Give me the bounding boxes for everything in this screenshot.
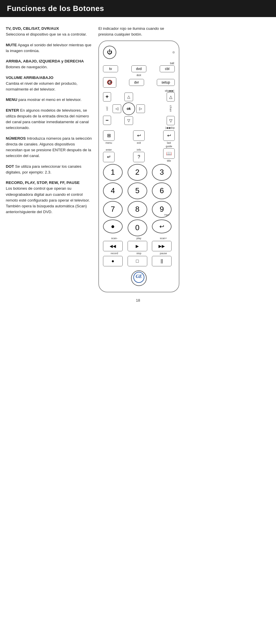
pause-label: pause (152, 252, 175, 255)
chan-down-button[interactable]: ▽ (167, 116, 175, 125)
guide-icon: 📖 (166, 151, 172, 156)
descriptions-panel: TV, DVD, CBL/SAT, DVR/AUX Selecciona el … (6, 26, 93, 292)
desc-enter: ENTER En algunos modelos de televisores,… (6, 108, 93, 131)
dvd-button[interactable]: dvd (131, 65, 146, 72)
page-number: 18 (0, 298, 276, 302)
up-button[interactable]: △ (124, 93, 133, 101)
tv-button[interactable]: tv (103, 65, 118, 72)
ff-button[interactable]: ▶▶ (152, 241, 172, 251)
desc-dot: DOT Se utiliza para seleccionar los cana… (6, 164, 93, 176)
right-arrow-icon: ▷ (139, 106, 142, 111)
desc-tv-label: TV, DVD, CBL/SAT, DVR/AUX (6, 26, 59, 31)
page-title: Funciones de los Botones (7, 4, 269, 13)
scan-back-icon: ↩ (159, 223, 164, 230)
num9-sublabel: input (164, 213, 169, 216)
info-item: info ? (133, 148, 145, 162)
desc-menu: MENU para mostrar el menú en el televiso… (6, 97, 93, 103)
up-arrow-icon: △ (127, 95, 130, 99)
num7-button[interactable]: 7 (103, 201, 123, 218)
down-button[interactable]: ▽ (124, 116, 133, 125)
menu-row: ⊞ menu ↩ exit ↩ last (103, 130, 175, 144)
num2-button[interactable]: 2 (128, 164, 147, 181)
iskip-label: |◀◀skip (103, 126, 175, 129)
last-button[interactable]: ↩ (163, 130, 175, 141)
desc-nav: ARRIBA, ABAJO, IZQUIERDA y DERECHA Boton… (6, 58, 93, 70)
aux-label: aux (103, 73, 175, 77)
vol-col: + vol − (103, 92, 111, 125)
desc-record: RECORD, PLAY, STOP, REW, FF, PAUSE Los b… (6, 180, 93, 215)
chan-down-icon: ▽ (169, 118, 172, 123)
desc-enter-label: ENTER (6, 108, 19, 112)
menu-button[interactable]: ⊞ (103, 130, 115, 141)
pause-button[interactable]: || (152, 256, 172, 266)
dot-button[interactable]: ● (103, 219, 123, 233)
power-row: ⏻ (103, 46, 175, 59)
ge-logo: GE (131, 270, 147, 286)
right-button[interactable]: ▷ (136, 104, 145, 113)
num0-button[interactable]: 0 (128, 219, 147, 236)
play-label-scan: play (128, 237, 150, 240)
desc-dot-text: Se utiliza para seleccionar los canales … (6, 164, 81, 174)
mute-button[interactable]: 🔇 (103, 77, 116, 88)
ge-logo-area: GE (103, 270, 175, 286)
stop-label: stop (128, 252, 150, 255)
cbl-button[interactable]: cbl (160, 65, 175, 72)
record-button[interactable]: ● (103, 256, 123, 266)
num4-button[interactable]: 4 (103, 182, 123, 199)
guide-button[interactable]: 📖 (163, 148, 175, 159)
vol-up-button[interactable]: + (103, 92, 111, 102)
guide-label: guide (166, 145, 172, 148)
enter-button[interactable]: ↵ (103, 152, 115, 162)
exit-icon: ↩ (137, 133, 141, 138)
num5-button[interactable]: 5 (128, 182, 147, 199)
device-row: tv dvd cbl (103, 65, 175, 72)
num8-button[interactable]: 8 (128, 201, 147, 218)
stop-button[interactable]: □ (128, 256, 147, 266)
desc-numbers: NÚMEROS Introduzca números para la selec… (6, 136, 93, 159)
scan-back-button[interactable]: ↩ (152, 219, 172, 233)
numpad: 1 2 3 4 5 6 7 8 9 input (103, 164, 175, 218)
vol-label: vol (106, 106, 108, 111)
chan-col: △ chan ▽ (167, 92, 175, 125)
enter-icon: ↵ (107, 154, 111, 160)
vol-down-button[interactable]: − (103, 116, 111, 125)
desc-tv: TV, DVD, CBL/SAT, DVR/AUX Selecciona el … (6, 26, 93, 38)
guide-item: guide 📖 title (163, 145, 175, 162)
last-icon: ↩ (167, 133, 171, 138)
dvr-button[interactable]: dvr (129, 79, 144, 86)
num6-button[interactable]: 6 (152, 182, 172, 199)
desc-nav-text: Botones de navegación. (6, 65, 48, 69)
play-button[interactable]: ▶ (128, 241, 147, 251)
plus-icon: + (106, 94, 109, 100)
desc-numbers-label: NÚMEROS (6, 136, 26, 141)
info-button[interactable]: ? (133, 152, 145, 162)
exit-button[interactable]: ↩ (133, 130, 145, 141)
power-button[interactable]: ⏻ (103, 46, 116, 59)
menu-item: ⊞ menu (103, 130, 115, 144)
transport-labels: record stop pause (103, 252, 175, 255)
dot-row: ● 0 ↩ (103, 219, 175, 236)
skip-top-label: skip▶▶| (103, 89, 175, 92)
enter-label: enter (106, 148, 112, 151)
setup-button[interactable]: setup (157, 79, 175, 86)
down-arrow-icon: ▽ (127, 118, 130, 123)
left-button[interactable]: ◁ (113, 104, 121, 113)
menu-label: menu (106, 141, 112, 144)
nav-section: + vol − △ (103, 92, 175, 125)
enter-item: enter ↵ (103, 148, 115, 162)
desc-vol-text: Cambia el nivel de volumen del producto,… (6, 81, 78, 91)
chan-up-button[interactable]: △ (167, 92, 175, 102)
left-arrow-icon: ◁ (115, 106, 118, 111)
desc-mute-label: MUTE (6, 43, 17, 47)
dpad: △ ◁ ok ▷ ▽ (112, 92, 165, 125)
desc-menu-label: MENU (6, 97, 17, 102)
num1-button[interactable]: 1 (103, 164, 123, 181)
desc-dot-label: DOT (6, 164, 14, 169)
ok-button[interactable]: ok (122, 102, 135, 115)
chan-up-icon: △ (169, 95, 172, 99)
rew-button[interactable]: ◀◀ (103, 241, 123, 251)
desc-tv-text: Selecciona el dispositivo que se va a co… (6, 32, 87, 36)
desc-vol-label: VOLUME ARRIBA/ABAJO (6, 75, 54, 80)
num9-button[interactable]: 9 input (152, 201, 172, 218)
num3-button[interactable]: 3 (152, 164, 172, 181)
